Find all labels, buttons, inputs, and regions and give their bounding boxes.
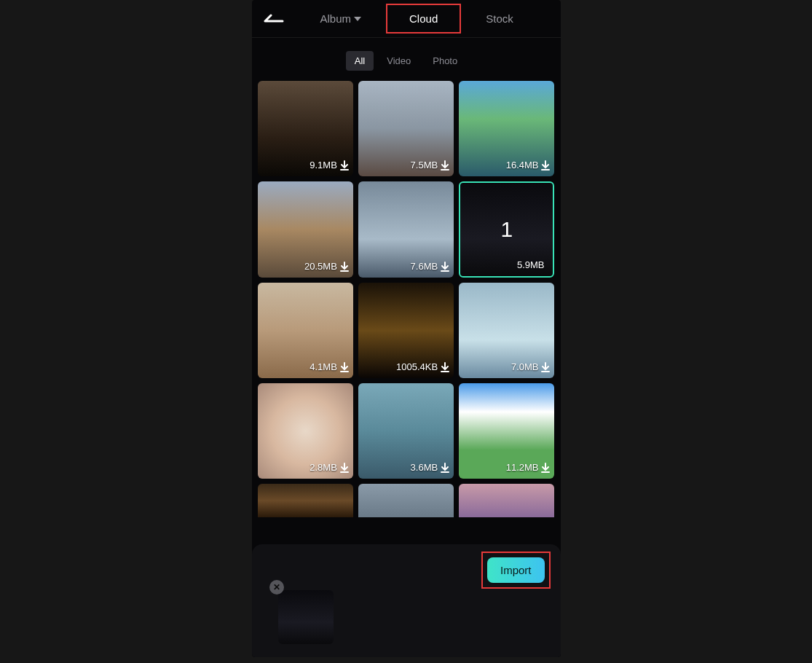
cloud-label: Cloud — [409, 12, 438, 25]
media-tile[interactable]: 7.0MB — [459, 283, 554, 378]
filter-all[interactable]: All — [346, 51, 374, 71]
filter-video[interactable]: Video — [378, 51, 419, 71]
download-icon — [541, 362, 550, 372]
media-tile[interactable] — [358, 484, 454, 517]
download-icon — [340, 160, 349, 170]
back-icon[interactable] — [264, 12, 284, 26]
media-tile[interactable]: 7.6MB — [358, 181, 454, 277]
download-icon — [340, 262, 349, 272]
media-tile[interactable] — [258, 484, 353, 517]
tile-size-label: 4.1MB — [310, 361, 337, 372]
download-icon — [541, 463, 550, 473]
media-tile[interactable]: 2.8MB — [258, 383, 353, 479]
tile-size-label: 5.9MB — [517, 259, 545, 270]
tile-size-label: 1005.4KB — [396, 361, 438, 372]
media-picker-screen: Album Cloud Stock All Video Photo 9.1MB7… — [252, 0, 561, 657]
tile-size-label: 20.5MB — [304, 261, 337, 272]
filter-photo[interactable]: Photo — [424, 51, 466, 71]
caret-down-icon — [354, 16, 361, 22]
media-tile[interactable]: 5.9MB1 — [459, 181, 554, 277]
download-icon — [441, 362, 449, 372]
tile-size-label: 7.0MB — [511, 361, 539, 372]
tray-thumbnails: ✕ — [259, 590, 553, 644]
media-tile[interactable]: 4.1MB — [258, 283, 353, 378]
download-icon — [441, 262, 449, 272]
media-tile[interactable]: 3.6MB — [358, 383, 454, 479]
filter-row: All Video Photo — [252, 38, 561, 81]
album-label: Album — [320, 12, 352, 25]
album-tab[interactable]: Album — [320, 12, 362, 25]
selection-number: 1 — [500, 217, 513, 242]
media-tile[interactable]: 1005.4KB — [358, 283, 454, 378]
header-tabs: Album Cloud Stock — [320, 5, 549, 32]
tile-size-label: 16.4MB — [506, 160, 539, 170]
tile-size-label: 9.1MB — [310, 160, 337, 170]
tile-size-label: 7.5MB — [411, 160, 438, 170]
header: Album Cloud Stock — [252, 0, 561, 38]
selection-tray: Import ✕ — [252, 544, 561, 657]
media-tile[interactable]: 7.5MB — [358, 81, 454, 176]
stock-tab[interactable]: Stock — [486, 12, 513, 25]
download-icon — [441, 160, 449, 170]
tile-size-label: 11.2MB — [506, 462, 539, 473]
media-tile[interactable]: 20.5MB — [258, 181, 353, 277]
download-icon — [441, 463, 449, 473]
cloud-tab-highlight: Cloud — [386, 4, 461, 34]
close-icon: ✕ — [273, 582, 280, 592]
import-highlight: Import — [481, 552, 551, 589]
media-tile[interactable]: 11.2MB — [459, 383, 554, 479]
media-tile[interactable] — [459, 484, 554, 517]
tile-size-label: 2.8MB — [310, 462, 337, 473]
cloud-tab[interactable]: Cloud — [409, 12, 438, 25]
tray-thumbnail[interactable] — [278, 590, 334, 644]
download-icon — [340, 463, 349, 473]
media-tile[interactable]: 16.4MB — [459, 81, 554, 176]
tile-size-label: 3.6MB — [411, 462, 438, 473]
tray-thumb-wrapper: ✕ — [278, 590, 334, 644]
download-icon — [340, 362, 349, 372]
tray-actions: Import — [259, 552, 553, 590]
import-button[interactable]: Import — [487, 557, 545, 583]
remove-thumb-button[interactable]: ✕ — [269, 580, 284, 595]
tile-size-label: 7.6MB — [411, 261, 438, 272]
download-icon — [541, 160, 550, 170]
stock-label: Stock — [486, 12, 513, 25]
media-tile[interactable]: 9.1MB — [258, 81, 353, 176]
